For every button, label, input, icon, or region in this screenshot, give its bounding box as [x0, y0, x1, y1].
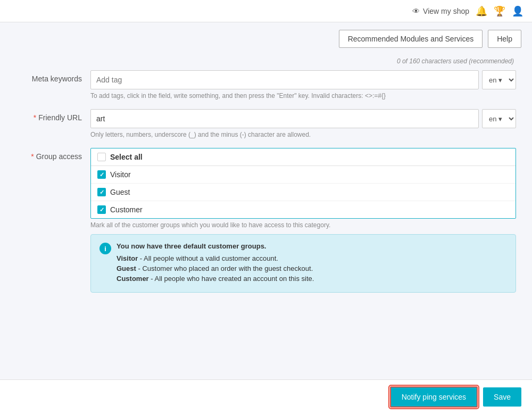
trophy-icon[interactable]: 🏆 — [494, 5, 505, 17]
friendly-url-field-wrapper: en ▾ Only letters, numbers, underscore (… — [90, 109, 516, 138]
select-all-checkbox[interactable] — [97, 153, 106, 161]
meta-keywords-lang-select[interactable]: en ▾ — [482, 70, 516, 89]
group-access-box: Select all Visitor Guest Customer — [90, 148, 516, 219]
bell-icon[interactable]: 🔔 — [476, 5, 487, 17]
friendly-url-input-group: en ▾ — [90, 109, 516, 128]
char-count-row: 0 of 160 characters used (recommended) — [16, 55, 516, 70]
help-button[interactable]: Help — [488, 30, 521, 48]
group-access-hint: Mark all of the customer groups which yo… — [90, 221, 516, 229]
info-title: You now have three default customer grou… — [117, 242, 314, 250]
group-access-visitor[interactable]: Visitor — [91, 166, 516, 184]
meta-keywords-input-group: en ▾ — [90, 70, 516, 89]
group-access-guest[interactable]: Guest — [91, 184, 516, 201]
guest-label: Guest — [110, 188, 130, 196]
visitor-label: Visitor — [110, 170, 131, 179]
group-access-select-all[interactable]: Select all — [91, 148, 516, 166]
group-access-row: *Group access Select all Visitor Guest — [16, 148, 516, 293]
user-icon[interactable]: 👤 — [512, 5, 523, 17]
save-button[interactable]: Save — [483, 387, 521, 407]
info-line-customer: Customer - All people who have created a… — [117, 275, 314, 283]
friendly-url-input[interactable] — [90, 109, 479, 128]
view-shop-button[interactable]: 👁 View my shop — [412, 7, 469, 15]
eye-icon: 👁 — [412, 7, 420, 15]
sub-header: Recommended Modules and Services Help — [0, 22, 532, 55]
group-access-field-wrapper: Select all Visitor Guest Customer Mark a… — [90, 148, 516, 293]
customer-label: Customer — [110, 205, 143, 214]
recommended-modules-button[interactable]: Recommended Modules and Services — [339, 30, 483, 48]
meta-keywords-hint: To add tags, click in the field, write s… — [90, 92, 516, 100]
group-access-label: *Group access — [16, 148, 90, 161]
notify-ping-services-button[interactable]: Notify ping services — [390, 386, 478, 408]
visitor-checkbox[interactable] — [97, 170, 106, 179]
friendly-url-row: *Friendly URL en ▾ Only letters, numbers… — [16, 109, 516, 138]
info-box: i You now have three default customer gr… — [90, 234, 516, 293]
info-text: You now have three default customer grou… — [117, 242, 314, 285]
meta-keywords-label: Meta keywords — [16, 70, 90, 83]
char-count-label: 0 of 160 characters used (recommended) — [397, 57, 514, 65]
info-line-guest: Guest - Customer who placed an order wit… — [117, 264, 314, 272]
customer-checkbox[interactable] — [97, 205, 106, 214]
main-content: 0 of 160 characters used (recommended) M… — [0, 55, 532, 308]
info-icon: i — [99, 243, 111, 254]
required-star: * — [34, 113, 36, 122]
guest-checkbox[interactable] — [97, 188, 106, 196]
meta-keywords-input[interactable] — [90, 70, 479, 89]
group-access-customer[interactable]: Customer — [91, 201, 516, 218]
view-shop-label: View my shop — [423, 7, 469, 15]
top-bar: 👁 View my shop 🔔 🏆 👤 — [0, 0, 532, 22]
meta-keywords-field-wrapper: en ▾ To add tags, click in the field, wr… — [90, 70, 516, 100]
select-all-label: Select all — [110, 153, 143, 161]
bottom-bar: Notify ping services Save — [0, 379, 532, 414]
required-star-2: * — [31, 152, 34, 161]
friendly-url-hint: Only letters, numbers, underscore (_) an… — [90, 131, 516, 138]
friendly-url-lang-select[interactable]: en ▾ — [482, 109, 516, 128]
info-line-visitor: Visitor - All people without a valid cus… — [117, 254, 314, 262]
friendly-url-label: *Friendly URL — [16, 109, 90, 122]
meta-keywords-row: Meta keywords en ▾ To add tags, click in… — [16, 70, 516, 100]
